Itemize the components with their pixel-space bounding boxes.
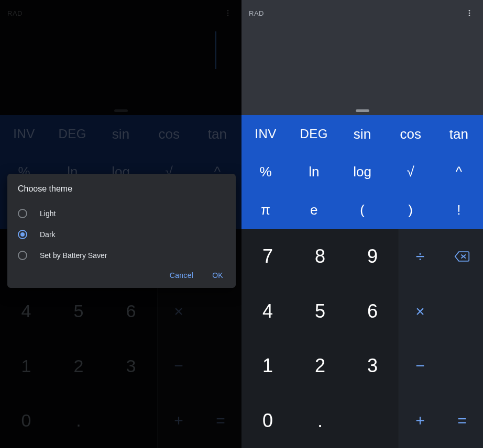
deg-button[interactable]: DEG (290, 115, 338, 153)
digit-grid: 7 8 9 4 5 6 1 2 3 0 . (242, 229, 399, 448)
drag-handle-icon[interactable] (356, 109, 369, 112)
theme-option-label: Dark (40, 230, 56, 239)
theme-option-dark[interactable]: Dark (18, 224, 225, 245)
svg-point-3 (469, 10, 470, 12)
sin-button[interactable]: sin (338, 115, 386, 153)
theme-option-light[interactable]: Light (18, 203, 225, 224)
multiply-button[interactable]: × (399, 284, 441, 339)
display-area[interactable] (242, 26, 483, 115)
cancel-button[interactable]: Cancel (170, 271, 193, 279)
digit-2-button[interactable]: 2 (294, 339, 346, 394)
choose-theme-dialog: Choose theme Light Dark Set by Battery S… (7, 174, 236, 288)
inv-button[interactable]: INV (242, 115, 290, 153)
theme-option-battery[interactable]: Set by Battery Saver (18, 245, 225, 266)
angle-mode-label[interactable]: RAD (249, 9, 264, 17)
theme-option-label: Light (40, 209, 56, 218)
sqrt-button[interactable]: √ (387, 153, 435, 192)
calculator-pane-left: RAD INV DEG sin cos tan % ln log √ ^ π e… (0, 0, 242, 448)
digit-7-button[interactable]: 7 (242, 229, 294, 284)
backspace-icon (454, 251, 470, 262)
svg-point-4 (469, 13, 470, 14)
more-vert-icon (465, 9, 474, 17)
digit-5-button[interactable]: 5 (294, 284, 346, 339)
decimal-button[interactable]: . (294, 394, 346, 449)
digit-4-button[interactable]: 4 (242, 284, 294, 339)
op-spacer (441, 284, 483, 339)
topbar: RAD (242, 0, 483, 26)
operator-column: ÷ × − + = (399, 229, 483, 448)
digit-3-button[interactable]: 3 (346, 339, 399, 394)
rparen-button[interactable]: ) (387, 191, 435, 229)
factorial-button[interactable]: ! (435, 191, 483, 229)
ok-button[interactable]: OK (212, 271, 223, 279)
plus-button[interactable]: + (399, 394, 441, 449)
radio-selected-icon (18, 230, 27, 239)
cos-button[interactable]: cos (387, 115, 435, 153)
divide-button[interactable]: ÷ (399, 229, 441, 284)
keypad: 7 8 9 4 5 6 1 2 3 0 . ÷ × − (242, 229, 483, 448)
backspace-button[interactable] (441, 229, 483, 284)
radio-icon (18, 209, 27, 218)
tan-button[interactable]: tan (435, 115, 483, 153)
theme-option-label: Set by Battery Saver (40, 251, 107, 260)
scientific-panel: INV DEG sin cos tan % ln log √ ^ π e ( )… (242, 115, 483, 229)
svg-point-5 (469, 15, 470, 16)
digit-1-button[interactable]: 1 (242, 339, 294, 394)
radio-icon (18, 251, 27, 260)
more-menu-button[interactable] (463, 7, 476, 19)
dialog-title: Choose theme (18, 184, 225, 194)
minus-button[interactable]: − (399, 339, 441, 394)
digit-8-button[interactable]: 8 (294, 229, 346, 284)
pi-button[interactable]: π (242, 191, 290, 229)
lparen-button[interactable]: ( (338, 191, 386, 229)
dialog-actions: Cancel OK (18, 266, 225, 284)
digit-6-button[interactable]: 6 (346, 284, 399, 339)
equals-button[interactable]: = (441, 394, 483, 449)
ln-button[interactable]: ln (290, 153, 338, 192)
e-button[interactable]: e (290, 191, 338, 229)
digit-9-button[interactable]: 9 (346, 229, 399, 284)
percent-button[interactable]: % (242, 153, 290, 192)
log-button[interactable]: log (338, 153, 386, 192)
calculator-pane-right: RAD INV DEG sin cos tan % ln log √ ^ π e… (242, 0, 483, 448)
op-spacer (441, 339, 483, 394)
power-button[interactable]: ^ (435, 153, 483, 192)
digit-0-button[interactable]: 0 (242, 394, 294, 449)
